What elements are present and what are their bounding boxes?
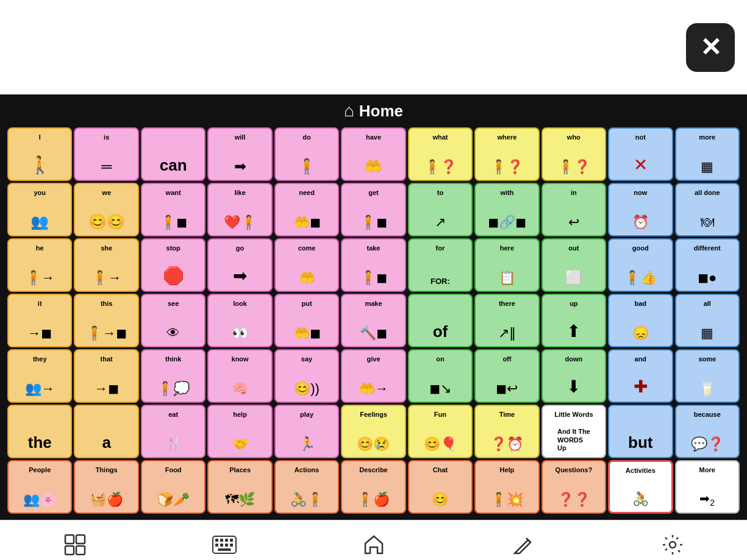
cell-in[interactable]: in↩ xyxy=(541,183,606,236)
cell-activities[interactable]: Activities🚴 xyxy=(608,460,673,514)
svg-rect-5 xyxy=(215,539,218,542)
cell-take[interactable]: take🧍◼ xyxy=(341,238,406,292)
cell-the[interactable]: the xyxy=(7,405,72,458)
cell-up[interactable]: up⬆ xyxy=(541,294,606,347)
cell-describe[interactable]: Describe🧍🍎 xyxy=(341,460,406,514)
home-icon: ⌂ xyxy=(344,101,354,121)
svg-rect-3 xyxy=(76,546,85,555)
cell-that[interactable]: that→◼ xyxy=(74,349,138,403)
cell-chat[interactable]: Chat😊 xyxy=(408,460,473,514)
cell-give[interactable]: give🤲→ xyxy=(341,349,406,403)
svg-rect-12 xyxy=(230,544,233,547)
cell-different[interactable]: different◼● xyxy=(675,238,740,292)
cell-come[interactable]: come🤲 xyxy=(274,238,339,292)
cell-actions[interactable]: Actions🚴🧍 xyxy=(274,460,339,514)
cell-not[interactable]: not✕ xyxy=(608,127,673,181)
cell-there[interactable]: there↗‖ xyxy=(474,294,539,347)
cell-she[interactable]: she🧍→ xyxy=(74,238,138,292)
svg-point-14 xyxy=(670,542,676,548)
cell-things[interactable]: Things🧺🍎 xyxy=(74,460,138,514)
svg-rect-6 xyxy=(220,539,223,542)
edit-button[interactable] xyxy=(502,526,545,561)
cell-people[interactable]: People👥🌸 xyxy=(7,460,72,514)
grid-wrapper: I🚶 is═ can will➡ do🧍 have🤲 what🧍❓ where🧍… xyxy=(3,124,744,517)
cell-they[interactable]: they👥→ xyxy=(7,349,72,403)
grid-view-button[interactable] xyxy=(54,526,96,561)
cell-down[interactable]: down⬇ xyxy=(541,349,606,403)
cell-is[interactable]: is═ xyxy=(74,127,138,181)
cell-will[interactable]: will➡ xyxy=(207,127,272,181)
cell-see[interactable]: see👁 xyxy=(141,294,206,347)
cell-put[interactable]: put🤲◼ xyxy=(274,294,339,347)
svg-rect-11 xyxy=(225,544,228,547)
top-bar: ✕ xyxy=(0,0,747,94)
cell-know[interactable]: know🧠 xyxy=(207,349,272,403)
cell-here[interactable]: here📋 xyxy=(474,238,539,292)
cell-who[interactable]: who🧍❓ xyxy=(541,127,606,181)
cell-little-words[interactable]: Little WordsAnd It TheWORDSUp xyxy=(541,405,606,458)
cell-get[interactable]: get🧍◼ xyxy=(341,183,406,236)
svg-rect-10 xyxy=(220,544,223,547)
cell-do[interactable]: do🧍 xyxy=(274,127,339,181)
cell-places[interactable]: Places🗺🌿 xyxy=(207,460,272,514)
cell-look[interactable]: look👀 xyxy=(207,294,272,347)
cell-questions[interactable]: Questions?❓❓ xyxy=(541,460,606,514)
settings-button[interactable] xyxy=(651,526,694,561)
cell-go[interactable]: go➡ xyxy=(207,238,272,292)
svg-rect-8 xyxy=(230,539,233,542)
cell-time[interactable]: Time❓⏰ xyxy=(474,405,539,458)
cell-more-cat[interactable]: More➡2 xyxy=(675,460,740,514)
cell-he[interactable]: he🧍→ xyxy=(7,238,72,292)
cell-all[interactable]: all▦ xyxy=(675,294,740,347)
cell-make[interactable]: make🔨◼ xyxy=(341,294,406,347)
cell-a[interactable]: a xyxy=(74,405,138,458)
cell-bad[interactable]: bad😞 xyxy=(608,294,673,347)
cell-some[interactable]: some🥛 xyxy=(675,349,740,403)
cell-this[interactable]: this🧍→◼ xyxy=(74,294,138,347)
cell-need[interactable]: need🤲◼ xyxy=(274,183,339,236)
cell-fun[interactable]: Fun😊🎈 xyxy=(408,405,473,458)
cell-but[interactable]: but xyxy=(608,405,673,458)
home-nav-button[interactable] xyxy=(352,526,395,561)
cell-like[interactable]: like❤️🧍 xyxy=(207,183,272,236)
cell-I[interactable]: I🚶 xyxy=(7,127,72,181)
cell-off[interactable]: off◼↩ xyxy=(474,349,539,403)
cell-help-cat[interactable]: Help🧍💥 xyxy=(474,460,539,514)
cell-where[interactable]: where🧍❓ xyxy=(474,127,539,181)
cell-with[interactable]: with◼🔗◼ xyxy=(474,183,539,236)
svg-rect-2 xyxy=(65,546,74,555)
cell-you[interactable]: you👥 xyxy=(7,183,72,236)
cell-eat[interactable]: eat🍴 xyxy=(141,405,206,458)
svg-rect-9 xyxy=(215,544,218,547)
cell-think[interactable]: think🧍💭 xyxy=(141,349,206,403)
cell-and[interactable]: and✚ xyxy=(608,349,673,403)
cell-to[interactable]: to↗ xyxy=(408,183,473,236)
cell-have[interactable]: have🤲 xyxy=(341,127,406,181)
svg-rect-13 xyxy=(218,548,231,551)
cell-feelings[interactable]: Feelings😊😢 xyxy=(341,405,406,458)
cell-want[interactable]: want🧍◼ xyxy=(141,183,206,236)
cell-good[interactable]: good🧍👍 xyxy=(608,238,673,292)
cell-it[interactable]: it→◼ xyxy=(7,294,72,347)
cell-stop[interactable]: stop🛑 xyxy=(141,238,206,292)
cell-all-done[interactable]: all done🍽 xyxy=(675,183,740,236)
cell-play[interactable]: play🏃 xyxy=(274,405,339,458)
cell-food[interactable]: Food🍞🥕 xyxy=(141,460,206,514)
cell-can[interactable]: can xyxy=(141,127,206,181)
cell-now[interactable]: now⏰ xyxy=(608,183,673,236)
cell-more[interactable]: more▦ xyxy=(675,127,740,181)
cell-of[interactable]: of xyxy=(408,294,473,347)
svg-rect-7 xyxy=(225,539,228,542)
cell-because[interactable]: because💬❓ xyxy=(675,405,740,458)
home-header: ⌂ Home xyxy=(3,97,744,124)
cell-on[interactable]: on◼↘ xyxy=(408,349,473,403)
cell-for[interactable]: forFOR: xyxy=(408,238,473,292)
cell-say[interactable]: say😊)) xyxy=(274,349,339,403)
keyboard-button[interactable] xyxy=(203,526,246,561)
close-button[interactable]: ✕ xyxy=(686,23,735,72)
home-title: Home xyxy=(359,102,403,121)
cell-what[interactable]: what🧍❓ xyxy=(408,127,473,181)
cell-out[interactable]: out⬜ xyxy=(541,238,606,292)
cell-we[interactable]: we😊😊 xyxy=(74,183,138,236)
cell-help[interactable]: help🤝 xyxy=(207,405,272,458)
